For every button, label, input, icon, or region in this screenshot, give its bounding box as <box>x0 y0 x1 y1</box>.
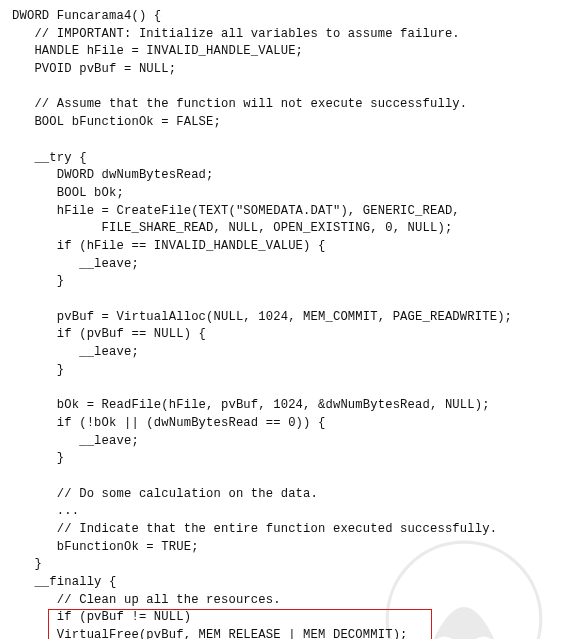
code-line: } <box>12 557 42 571</box>
code-line: __finally { <box>12 575 117 589</box>
code-line: __leave; <box>12 434 139 448</box>
code-line: if (!bOk || (dwNumBytesRead == 0)) { <box>12 416 325 430</box>
code-line: HANDLE hFile = INVALID_HANDLE_VALUE; <box>12 44 303 58</box>
code-line: DWORD Funcarama4() { <box>12 9 161 23</box>
code-line: pvBuf = VirtualAlloc(NULL, 1024, MEM_COM… <box>12 310 512 324</box>
code-line: // Assume that the function will not exe… <box>12 97 467 111</box>
code-line: // IMPORTANT: Initialize all variables t… <box>12 27 460 41</box>
code-line: BOOL bFunctionOk = FALSE; <box>12 115 221 129</box>
code-line: if (hFile == INVALID_HANDLE_VALUE) { <box>12 239 325 253</box>
code-line: // Do some calculation on the data. <box>12 487 318 501</box>
code-line: __leave; <box>12 345 139 359</box>
code-line: __leave; <box>12 257 139 271</box>
code-line: // Clean up all the resources. <box>12 593 281 607</box>
code-line: bFunctionOk = TRUE; <box>12 540 199 554</box>
code-line: if (pvBuf != NULL) <box>12 610 191 624</box>
code-line: PVOID pvBuf = NULL; <box>12 62 176 76</box>
code-line: } <box>12 274 64 288</box>
code-line: } <box>12 451 64 465</box>
code-line: __try { <box>12 151 87 165</box>
code-line: // Indicate that the entire function exe… <box>12 522 497 536</box>
code-line: FILE_SHARE_READ, NULL, OPEN_EXISTING, 0,… <box>12 221 452 235</box>
code-line: BOOL bOk; <box>12 186 124 200</box>
code-line: ... <box>12 504 79 518</box>
code-line: } <box>12 363 64 377</box>
code-line: bOk = ReadFile(hFile, pvBuf, 1024, &dwNu… <box>12 398 490 412</box>
code-line: if (pvBuf == NULL) { <box>12 327 206 341</box>
code-listing: DWORD Funcarama4() { // IMPORTANT: Initi… <box>12 8 562 639</box>
code-line: DWORD dwNumBytesRead; <box>12 168 214 182</box>
code-line: hFile = CreateFile(TEXT("SOMEDATA.DAT"),… <box>12 204 460 218</box>
code-line: VirtualFree(pvBuf, MEM_RELEASE | MEM_DEC… <box>12 628 408 639</box>
